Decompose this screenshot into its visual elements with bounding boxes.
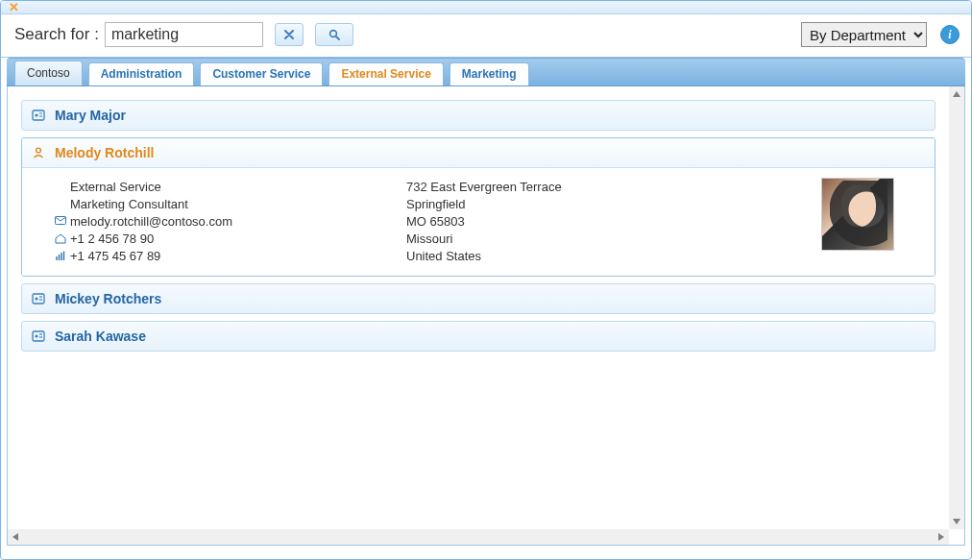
person-card-collapsed[interactable]: Mickey Rotchers: [21, 283, 936, 314]
info-button[interactable]: i: [940, 25, 960, 44]
mobile-phone-icon: [51, 251, 70, 261]
svg-rect-16: [33, 331, 44, 341]
content-area: Mary Major Melody Rotchill External Serv…: [7, 86, 965, 546]
person-card-collapsed[interactable]: Mary Major: [21, 100, 936, 131]
person-badge-icon: [32, 109, 45, 122]
svg-point-17: [35, 334, 37, 337]
svg-point-3: [35, 113, 37, 116]
info-icon: i: [948, 28, 951, 42]
contact-column: External Service Marketing Consultant me…: [51, 178, 406, 264]
address-line: United States: [406, 249, 481, 263]
titlebar: ✕: [1, 1, 971, 14]
svg-line-1: [335, 37, 338, 39]
address-line: Springfield: [406, 197, 465, 211]
scroll-down-icon[interactable]: [949, 514, 964, 529]
avatar: [821, 178, 894, 251]
close-icon[interactable]: ✕: [9, 0, 19, 14]
svg-point-13: [35, 297, 37, 300]
search-input[interactable]: [105, 22, 263, 47]
person-email: melody.rotchill@contoso.com: [70, 214, 232, 229]
person-phone-mobile: +1 475 45 67 89: [70, 249, 160, 263]
svg-point-6: [36, 148, 41, 153]
address-column: 732 East Evergreen Terrace Springfield M…: [406, 178, 733, 264]
root-tab[interactable]: Contoso: [14, 61, 83, 85]
home-phone-icon: [51, 233, 70, 244]
person-name: Sarah Kawase: [55, 329, 146, 344]
svg-rect-12: [33, 294, 44, 304]
person-active-icon: [32, 146, 45, 159]
search-button[interactable]: [315, 23, 353, 46]
person-card-collapsed[interactable]: Sarah Kawase: [21, 321, 936, 352]
scroll-right-icon[interactable]: [934, 529, 949, 545]
person-card-body: External Service Marketing Consultant me…: [22, 168, 935, 276]
person-name: Melody Rotchill: [55, 145, 154, 160]
scroll-left-icon[interactable]: [8, 529, 23, 545]
address-line: MO 65803: [406, 214, 465, 229]
vertical-scrollbar[interactable]: [949, 86, 964, 529]
address-line: 732 East Evergreen Terrace: [406, 180, 562, 194]
avatar-column: [733, 178, 921, 264]
email-icon: [51, 216, 70, 226]
tab-administration[interactable]: Administration: [88, 62, 195, 85]
person-badge-icon: [32, 329, 45, 343]
tabstrip: Contoso Administration Customer Service …: [7, 58, 965, 86]
app-window: ✕ Search for : By Department i Contoso A…: [0, 0, 972, 560]
tab-customer-service[interactable]: Customer Service: [200, 62, 323, 85]
tab-marketing[interactable]: Marketing: [450, 62, 529, 85]
person-phone-home: +1 2 456 78 90: [70, 231, 154, 246]
person-badge-icon: [32, 292, 45, 305]
person-name: Mickey Rotchers: [55, 291, 161, 306]
person-department: External Service: [70, 180, 161, 194]
close-icon: [284, 30, 294, 39]
address-line: Missouri: [406, 231, 452, 246]
tab-external-service[interactable]: External Service: [328, 62, 443, 85]
person-card-expanded: Melody Rotchill External Service Marketi…: [21, 137, 936, 277]
clear-search-button[interactable]: [275, 23, 304, 46]
view-mode-dropdown[interactable]: By Department: [801, 22, 927, 47]
horizontal-scrollbar[interactable]: [8, 529, 949, 545]
search-label: Search for :: [14, 25, 99, 44]
person-name: Mary Major: [55, 108, 126, 123]
magnifier-icon: [328, 29, 340, 40]
person-title: Marketing Consultant: [70, 197, 188, 211]
toolbar: Search for : By Department i: [1, 14, 971, 58]
person-card-header[interactable]: Melody Rotchill: [22, 138, 935, 168]
scroll-up-icon[interactable]: [949, 86, 964, 102]
content-scroll: Mary Major Melody Rotchill External Serv…: [8, 86, 949, 529]
svg-rect-2: [33, 110, 44, 120]
